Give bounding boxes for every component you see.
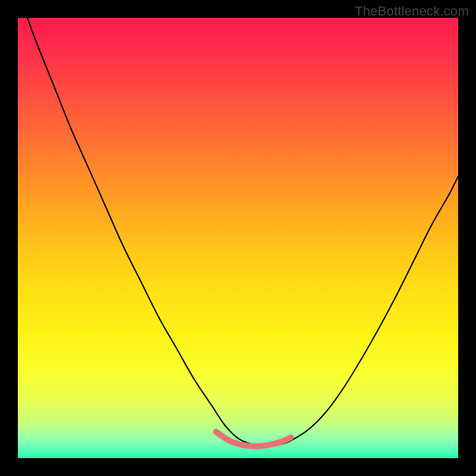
curve-layer [18,18,458,458]
watermark-text: TheBottleneck.com [355,4,469,19]
optimal-range-highlight [216,432,291,446]
plot-area [18,18,458,458]
chart-frame: TheBottleneck.com [0,0,476,476]
bottleneck-curve [18,18,458,446]
